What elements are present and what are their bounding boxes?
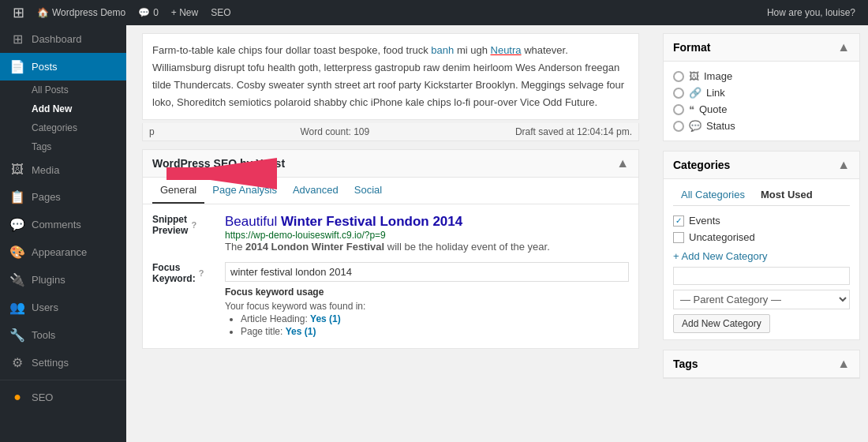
sidebar-item-comments[interactable]: 💬 Comments (0, 211, 126, 238)
tab-most-used[interactable]: Most Used (753, 185, 821, 205)
editor-paragraph: Farm-to-table kale chips four dollar toa… (152, 42, 629, 111)
categories-collapse-btn[interactable]: ▲ (837, 158, 850, 172)
tags-box: Tags ▲ (663, 350, 860, 379)
snippet-desc: The 2014 London Winter Festival will be … (225, 241, 629, 253)
editor-footer: p Word count: 109 Draft saved at 12:04:1… (142, 123, 639, 141)
status-icon: 💬 (689, 120, 702, 132)
focus-row: FocusKeyword: ? Focus keyword usage Your… (152, 262, 629, 339)
seo-link[interactable]: SEO (204, 0, 237, 25)
seo-body: SnippetPreview ? Beautiful Winter Festiv… (143, 204, 638, 348)
sidebar-item-users[interactable]: 👥 Users (0, 294, 126, 321)
sidebar-item-tools[interactable]: 🔧 Tools (0, 321, 126, 349)
categories-tabs: All Categories Most Used (673, 185, 850, 206)
snippet-help-icon[interactable]: ? (191, 220, 196, 230)
sidebar-item-media[interactable]: 🖼 Media (0, 156, 126, 183)
radio-quote[interactable] (673, 104, 684, 115)
snippet-title: Beautiful Winter Festival London 2014 (225, 214, 629, 230)
focus-help-icon[interactable]: ? (199, 268, 204, 278)
sidebar-subitem-all-posts[interactable]: All Posts (0, 81, 126, 99)
format-box: Format ▲ 🖼 Image 🔗 Link (663, 33, 860, 141)
add-new-cat-link[interactable]: + Add New Category (673, 250, 768, 262)
radio-status[interactable] (673, 121, 684, 132)
format-link[interactable]: 🔗 Link (673, 84, 850, 101)
tags-collapse-btn[interactable]: ▲ (837, 357, 850, 371)
focus-usage-title: Focus keyword usage (225, 287, 629, 298)
main-layout: ⊞ Dashboard 📄 Posts All Posts Add New Ca… (0, 25, 868, 442)
focus-found-text: Your focus keyword was found in: (225, 301, 629, 312)
neutra-link[interactable]: Neutra (491, 44, 522, 56)
categories-box: Categories ▲ All Categories Most Used Ev… (663, 151, 860, 340)
seo-collapse-button[interactable]: ▲ (616, 156, 629, 170)
add-new-category-button[interactable]: Add New Category (673, 314, 770, 333)
tab-all-categories[interactable]: All Categories (673, 185, 753, 205)
tab-advanced[interactable]: Advanced (285, 178, 346, 204)
editor-tag: p (149, 126, 155, 137)
tags-title: Tags (673, 358, 698, 370)
media-icon: 🖼 (9, 163, 25, 177)
tab-social[interactable]: Social (346, 178, 390, 204)
category-search-input[interactable] (673, 267, 850, 285)
new-button[interactable]: + New (165, 0, 204, 25)
dashboard-icon: ⊞ (9, 32, 25, 47)
seo-plugin: WordPress SEO by Yoast ▲ General Page An… (142, 149, 639, 349)
right-sidebar: Format ▲ 🖼 Image 🔗 Link (655, 25, 868, 442)
category-uncategorised[interactable]: Uncategorised (673, 229, 850, 245)
banh-link[interactable]: banh (431, 44, 454, 56)
appearance-icon: 🎨 (9, 245, 25, 260)
format-status[interactable]: 💬 Status (673, 118, 850, 134)
comment-icon: 💬 (138, 7, 150, 18)
editor-content[interactable]: Farm-to-table kale chips four dollar toa… (142, 33, 639, 120)
draft-saved: Draft saved at 12:04:14 pm. (515, 126, 632, 137)
focus-list: Article Heading: Yes (1) Page title: Yes… (225, 313, 629, 337)
focus-list-item-0: Article Heading: Yes (1) (241, 313, 629, 324)
sidebar: ⊞ Dashboard 📄 Posts All Posts Add New Ca… (0, 25, 126, 442)
category-events[interactable]: Events (673, 212, 850, 229)
word-count: Word count: 109 (300, 126, 369, 137)
admin-bar: ⊞ 🏠 Wordpress Demo 💬 0 + New SEO How are… (0, 0, 868, 25)
format-collapse-btn[interactable]: ▲ (837, 40, 850, 54)
tools-icon: 🔧 (9, 328, 25, 343)
users-icon: 👥 (9, 300, 25, 315)
snippet-label: SnippetPreview ? (152, 214, 215, 236)
main-editor: Farm-to-table kale chips four dollar toa… (126, 25, 655, 442)
posts-icon: 📄 (9, 59, 25, 74)
format-image[interactable]: 🖼 Image (673, 68, 850, 84)
user-greeting[interactable]: How are you, louise? (761, 0, 862, 25)
comments-sidebar-icon: 💬 (9, 217, 25, 232)
posts-submenu: All Posts Add New Categories Tags (0, 81, 126, 156)
quote-icon: ❝ (689, 103, 694, 115)
sidebar-item-plugins[interactable]: 🔌 Plugins (0, 266, 126, 294)
focus-list-item-1: Page title: Yes (1) (241, 326, 629, 337)
svg-rect-1 (166, 167, 277, 180)
sidebar-item-posts[interactable]: 📄 Posts (0, 53, 126, 81)
plugins-icon: 🔌 (9, 272, 25, 287)
sidebar-item-dashboard[interactable]: ⊞ Dashboard (0, 25, 126, 53)
checkbox-uncategorised[interactable] (673, 232, 684, 243)
checkbox-events[interactable] (673, 215, 684, 227)
categories-title: Categories (673, 159, 730, 171)
radio-image[interactable] (673, 71, 684, 82)
site-name[interactable]: 🏠 Wordpress Demo (31, 0, 132, 25)
wp-logo-icon[interactable]: ⊞ (6, 4, 31, 21)
sidebar-item-pages[interactable]: 📋 Pages (0, 183, 126, 211)
focus-right: Focus keyword usage Your focus keyword w… (225, 262, 629, 339)
snippet-preview: Beautiful Winter Festival London 2014 ht… (225, 214, 629, 253)
seo-sidebar-icon: ● (9, 390, 25, 404)
sidebar-subitem-add-new[interactable]: Add New (0, 99, 126, 118)
arrow-indicator (126, 142, 277, 205)
sidebar-subitem-tags[interactable]: Tags (0, 137, 126, 156)
radio-link[interactable] (673, 88, 684, 99)
sidebar-subitem-categories[interactable]: Categories (0, 118, 126, 137)
pages-icon: 📋 (9, 189, 25, 204)
image-icon: 🖼 (689, 70, 699, 82)
content-area: Farm-to-table kale chips four dollar toa… (126, 25, 868, 442)
comments-link[interactable]: 💬 0 (132, 0, 165, 25)
format-box-body: 🖼 Image 🔗 Link ❝ Quote (664, 62, 859, 140)
parent-category-select[interactable]: — Parent Category — (673, 290, 850, 309)
focus-keyword-input[interactable] (225, 262, 629, 282)
link-icon: 🔗 (689, 87, 702, 99)
format-quote[interactable]: ❝ Quote (673, 101, 850, 118)
sidebar-item-settings[interactable]: ⚙ Settings (0, 349, 126, 376)
sidebar-item-seo[interactable]: ● SEO (0, 384, 126, 410)
sidebar-item-appearance[interactable]: 🎨 Appearance (0, 238, 126, 266)
